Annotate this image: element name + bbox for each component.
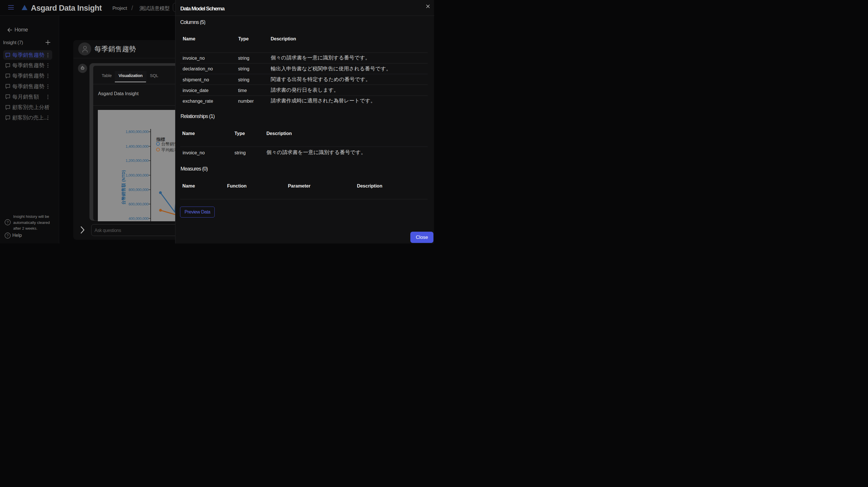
svg-text:600,000,000: 600,000,000 [128,202,148,206]
svg-text:1,200,000,000: 1,200,000,000 [126,158,148,163]
svg-text:800,000,000: 800,000,000 [128,188,148,192]
svg-text:?: ? [7,220,9,224]
svg-text:400,000,000: 400,000,000 [128,216,148,221]
svg-text:1,000,000,000: 1,000,000,000 [126,173,148,177]
svg-text:1,600,000,000: 1,600,000,000 [126,130,148,134]
svg-text:?: ? [7,234,9,238]
svg-text:1,400,000,000: 1,400,000,000 [126,144,148,149]
